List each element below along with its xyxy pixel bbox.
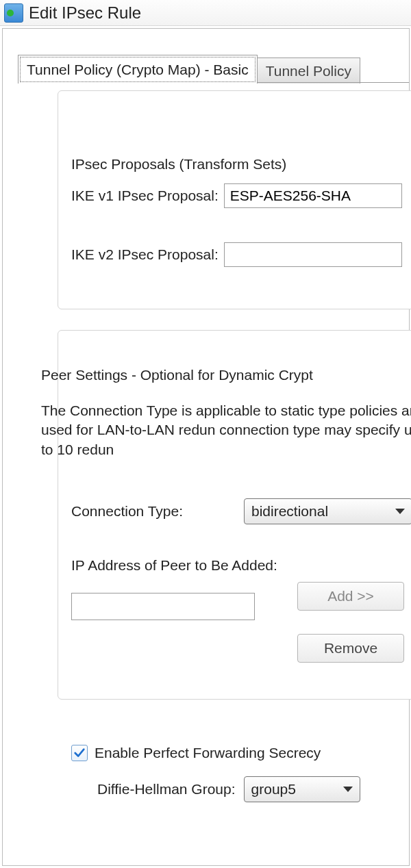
ipsec-proposals-legend: IPsec Proposals (Transform Sets) bbox=[67, 156, 290, 173]
tab-label: Tunnel Policy (Crypto Map) - Basic bbox=[27, 62, 249, 78]
ike-v2-row: IKE v2 IPsec Proposal: bbox=[71, 242, 402, 267]
connection-type-dropdown[interactable]: bidirectional bbox=[244, 498, 411, 524]
remove-peer-button-label: Remove bbox=[324, 640, 377, 656]
titlebar[interactable]: Edit IPsec Rule bbox=[0, 0, 411, 26]
peer-settings-description: The Connection Type is applicable to sta… bbox=[41, 401, 411, 459]
tab-crypto-map-basic[interactable]: Tunnel Policy (Crypto Map) - Basic bbox=[18, 55, 258, 84]
check-icon bbox=[73, 747, 86, 759]
dh-group-dropdown[interactable]: group5 bbox=[244, 776, 360, 802]
peer-settings-legend: Peer Settings - Optional for Dynamic Cry… bbox=[41, 367, 313, 383]
remove-peer-button[interactable]: Remove bbox=[297, 634, 404, 663]
connection-type-row: Connection Type: bidirectional bbox=[71, 498, 411, 524]
window-title: Edit IPsec Rule bbox=[29, 3, 141, 23]
ike-v2-input[interactable] bbox=[224, 242, 402, 267]
tab-tunnel-policy-next[interactable]: Tunnel Policy bbox=[258, 58, 360, 84]
pfs-row: Enable Perfect Forwarding Secrecy bbox=[71, 745, 321, 761]
tab-label: Tunnel Policy bbox=[266, 63, 351, 79]
window: Edit IPsec Rule Tunnel Policy (Crypto Ma… bbox=[0, 0, 411, 868]
app-icon bbox=[4, 3, 23, 23]
ike-v1-row: IKE v1 IPsec Proposal: bbox=[71, 183, 402, 208]
client-area: Tunnel Policy (Crypto Map) - Basic Tunne… bbox=[2, 28, 410, 866]
add-peer-button-label: Add >> bbox=[327, 588, 374, 604]
add-peer-button[interactable]: Add >> bbox=[297, 582, 404, 611]
dh-group-value: group5 bbox=[251, 781, 296, 797]
connection-type-label: Connection Type: bbox=[71, 503, 244, 520]
pfs-checkbox[interactable] bbox=[71, 745, 88, 761]
connection-type-value: bidirectional bbox=[251, 503, 328, 520]
peer-ip-input[interactable] bbox=[71, 593, 255, 620]
ike-v2-label: IKE v2 IPsec Proposal: bbox=[71, 246, 219, 263]
tab-strip: Tunnel Policy (Crypto Map) - Basic Tunne… bbox=[18, 53, 360, 84]
ike-v1-label: IKE v1 IPsec Proposal: bbox=[71, 188, 219, 204]
pfs-label: Enable Perfect Forwarding Secrecy bbox=[95, 745, 321, 761]
dh-group-row: Diffie-Hellman Group: group5 bbox=[97, 776, 360, 802]
peer-ip-label: IP Address of Peer to Be Added: bbox=[71, 557, 277, 574]
dh-group-label: Diffie-Hellman Group: bbox=[97, 781, 236, 797]
ike-v1-input[interactable] bbox=[224, 183, 402, 208]
